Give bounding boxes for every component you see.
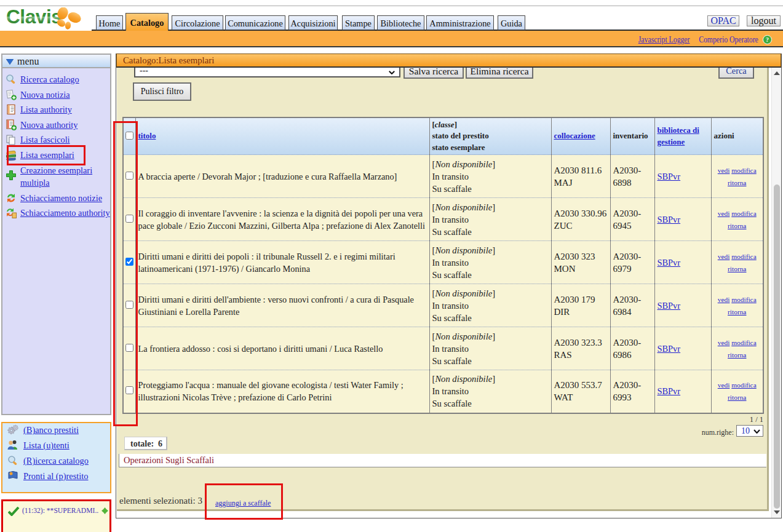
svg-text:?: ? [766,36,769,43]
svg-text:Clavis: Clavis [6,7,62,28]
